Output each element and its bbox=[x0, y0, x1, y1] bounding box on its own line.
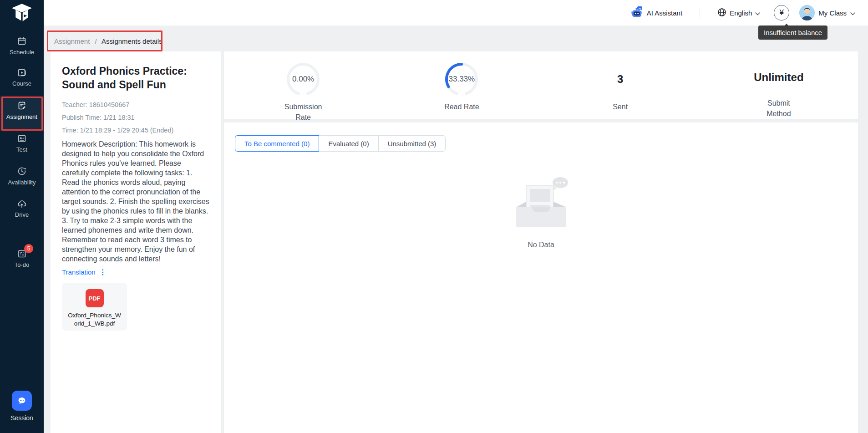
sidebar-label: Drive bbox=[15, 211, 29, 218]
account-menu[interactable]: My Class bbox=[799, 5, 855, 20]
translation-link[interactable]: Translation ⋮ bbox=[62, 268, 209, 276]
sidebar-label: Assignment bbox=[6, 113, 37, 120]
sidebar-divider bbox=[5, 237, 39, 237]
app-logo[interactable] bbox=[0, 3, 44, 25]
sidebar-item-schedule[interactable]: Schedule bbox=[0, 36, 44, 56]
chat-bubble-icon bbox=[12, 391, 32, 411]
breadcrumb: Assignment / Assignments details bbox=[54, 37, 162, 45]
tab-unsubmitted[interactable]: Unsubmitted (3) bbox=[378, 135, 446, 152]
empty-state-label: No Data bbox=[528, 241, 554, 249]
sidebar-label: Course bbox=[12, 80, 31, 87]
stat-sent: 3 Sent bbox=[541, 51, 700, 119]
account-label: My Class bbox=[818, 9, 847, 17]
yen-balance-icon[interactable]: ¥ bbox=[774, 5, 789, 20]
assignment-pencil-icon bbox=[16, 100, 27, 111]
calendar-icon bbox=[16, 36, 27, 46]
session-label: Session bbox=[10, 414, 33, 422]
assignment-stats-panel: 0.00% Submission Rate 33.33% Read Rate 3… bbox=[224, 51, 858, 119]
more-dots-icon: ⋮ bbox=[99, 268, 107, 276]
breadcrumb-assignment-link[interactable]: Assignment bbox=[54, 37, 90, 45]
submission-rate-value: 0.00% bbox=[285, 61, 321, 97]
ai-assistant-label: AI Assistant bbox=[647, 9, 682, 17]
chevron-down-icon bbox=[850, 9, 855, 17]
topbar-divider bbox=[700, 7, 700, 19]
stat-label: Submit Method bbox=[757, 98, 801, 119]
submission-tabs: To Be commented (0) Evaluated (0) Unsubm… bbox=[235, 135, 446, 152]
translation-label: Translation bbox=[62, 268, 96, 276]
svg-text:AI: AI bbox=[638, 7, 641, 10]
insufficient-balance-tooltip: Insufficient balance bbox=[758, 25, 827, 40]
sidebar: Schedule Course Assignment bbox=[0, 0, 44, 433]
breadcrumb-separator: / bbox=[95, 37, 97, 45]
stat-submit-method: Unlimited Submit Method bbox=[700, 51, 858, 119]
clock-icon bbox=[16, 166, 27, 177]
sidebar-label: Availability bbox=[8, 179, 36, 186]
assignment-details-page: Schedule Course Assignment bbox=[0, 0, 868, 433]
assignment-teacher: Teacher: 18610450667 bbox=[62, 101, 209, 108]
sidebar-item-drive[interactable]: Drive bbox=[0, 198, 44, 218]
yen-symbol: ¥ bbox=[780, 8, 784, 17]
sidebar-item-availability[interactable]: Availability bbox=[0, 166, 44, 186]
sidebar-label: To-do bbox=[15, 261, 30, 268]
empty-inbox-illustration bbox=[503, 174, 580, 232]
ai-assistant-button[interactable]: AI AI Assistant bbox=[631, 6, 682, 20]
submission-rate-ring: 0.00% bbox=[285, 61, 321, 97]
submit-method-value: Unlimited bbox=[754, 61, 803, 94]
video-course-icon bbox=[16, 67, 27, 78]
assignment-info-panel: Oxford Phonics Practice: Sound and Spell… bbox=[51, 51, 221, 433]
test-a-plus-icon: A+ bbox=[16, 133, 27, 144]
todo-badge: 5 bbox=[24, 244, 33, 253]
avatar bbox=[799, 5, 815, 20]
tab-evaluated[interactable]: Evaluated (0) bbox=[319, 135, 378, 152]
stat-label: Read Rate bbox=[444, 102, 479, 112]
graduation-cap-logo-icon bbox=[11, 3, 33, 25]
stat-label: Submission Rate bbox=[281, 102, 325, 122]
svg-text:A+: A+ bbox=[20, 136, 24, 140]
sidebar-item-session[interactable]: Session bbox=[0, 391, 44, 422]
chevron-down-icon bbox=[755, 9, 760, 17]
stat-submission-rate: 0.00% Submission Rate bbox=[224, 51, 382, 119]
assignment-meta: Teacher: 18610450667 Publish Time: 1/21 … bbox=[62, 101, 209, 134]
attachment-filename: Oxford_Phonics_World_1_WB.pdf bbox=[67, 311, 122, 328]
sidebar-item-todo[interactable]: 5 To-do bbox=[0, 248, 44, 268]
sent-value: 3 bbox=[617, 61, 623, 97]
assignment-publish-time: Publish Time: 1/21 18:31 bbox=[62, 114, 209, 121]
todo-checklist-icon: 5 bbox=[16, 248, 27, 259]
submissions-panel: To Be commented (0) Evaluated (0) Unsubm… bbox=[224, 122, 858, 433]
sidebar-item-assignment[interactable]: Assignment bbox=[0, 100, 44, 120]
attachment-card[interactable]: PDF Oxford_Phonics_World_1_WB.pdf bbox=[62, 283, 127, 331]
empty-state: No Data bbox=[224, 174, 858, 249]
pdf-file-icon: PDF bbox=[86, 289, 104, 307]
stat-read-rate: 33.33% Read Rate bbox=[382, 51, 541, 119]
cloud-upload-icon bbox=[16, 198, 27, 209]
breadcrumb-current: Assignments details bbox=[102, 37, 162, 45]
sidebar-label: Test bbox=[16, 146, 27, 153]
stat-label: Sent bbox=[613, 102, 628, 112]
globe-icon bbox=[717, 8, 726, 18]
language-label: English bbox=[730, 9, 752, 17]
robot-icon: AI bbox=[631, 6, 643, 20]
assignment-title: Oxford Phonics Practice: Sound and Spell… bbox=[62, 64, 209, 92]
sidebar-item-course[interactable]: Course bbox=[0, 67, 44, 87]
tab-to-be-commented[interactable]: To Be commented (0) bbox=[235, 135, 319, 152]
topbar: AI AI Assistant bbox=[44, 0, 868, 26]
read-rate-value: 33.33% bbox=[443, 61, 480, 97]
language-selector[interactable]: English bbox=[717, 8, 760, 18]
assignment-time-range: Time: 1/21 18:29 - 1/29 20:45 (Ended) bbox=[62, 127, 209, 134]
read-rate-ring: 33.33% bbox=[443, 61, 480, 97]
assignment-description: Homework Description: This homework is d… bbox=[62, 139, 209, 264]
sidebar-item-test[interactable]: A+ Test bbox=[0, 133, 44, 153]
tooltip-text: Insufficient balance bbox=[764, 29, 822, 36]
sidebar-label: Schedule bbox=[10, 49, 34, 56]
